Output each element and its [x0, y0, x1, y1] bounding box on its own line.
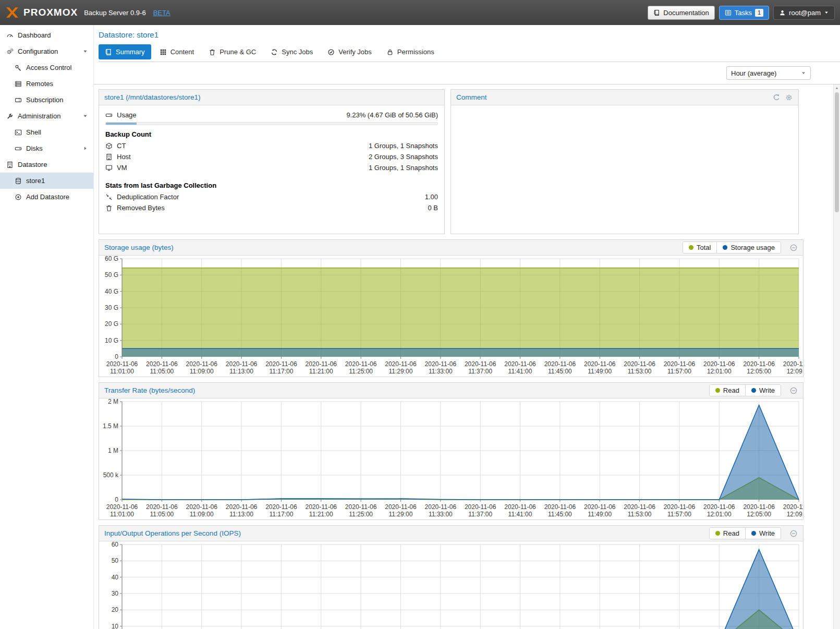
- svg-text:2020-11-06: 2020-11-06: [306, 360, 337, 368]
- sidebar-item-dashboard[interactable]: Dashboard: [0, 27, 93, 43]
- sidebar-item-label: store1: [26, 177, 45, 185]
- svg-text:2020-11-06: 2020-11-06: [425, 360, 457, 368]
- legend-item-total[interactable]: Total: [683, 242, 716, 253]
- sidebar-item-administration[interactable]: Administration: [0, 108, 93, 124]
- sidebar-item-access-control[interactable]: Access Control: [0, 59, 93, 76]
- tab-content[interactable]: Content: [153, 44, 201, 59]
- sidebar-item-configuration[interactable]: Configuration: [0, 43, 93, 59]
- compress-icon: [105, 193, 113, 201]
- check-circle-icon: [327, 49, 335, 56]
- tasks-badge: 1: [755, 9, 763, 17]
- page-head: Datastore: store1 Summary Content Prune …: [94, 25, 840, 62]
- panel-tools: Total Storage usage: [683, 241, 798, 253]
- scroll-up-arrow-icon[interactable]: [834, 84, 840, 91]
- backup-count-heading: Backup Count: [105, 130, 438, 138]
- main-content: Datastore: store1 Summary Content Prune …: [94, 25, 840, 629]
- svg-text:2020-11-06: 2020-11-06: [186, 503, 217, 511]
- proxmox-logo-icon: [5, 7, 19, 18]
- svg-text:11:57:00: 11:57:00: [667, 368, 691, 375]
- legend-item-write[interactable]: Write: [745, 385, 781, 396]
- sidebar-item-disks[interactable]: Disks: [0, 140, 93, 156]
- sidebar-item-subscription[interactable]: Subscription: [0, 92, 93, 108]
- collapse-icon[interactable]: [789, 244, 798, 252]
- svg-text:11:45:00: 11:45:00: [548, 511, 572, 518]
- svg-text:30 G: 30 G: [105, 304, 118, 311]
- iops-chart: 01020304050602020-11-0611:01:002020-11-0…: [99, 541, 803, 629]
- user-menu-button[interactable]: root@pam: [773, 6, 835, 20]
- database-icon: [15, 177, 22, 185]
- sidebar-item-shell[interactable]: Shell: [0, 124, 93, 140]
- datastore-status-panel: store1 (/mnt/datastores/store1) Usage 9.…: [99, 89, 445, 234]
- svg-text:11:13:00: 11:13:00: [229, 368, 253, 375]
- sidebar-item-store1[interactable]: store1: [0, 173, 93, 189]
- sidebar-item-label: Dashboard: [18, 31, 51, 39]
- chevron-down-icon: [82, 49, 88, 54]
- tab-sync-jobs[interactable]: Sync Jobs: [264, 44, 319, 59]
- stat-value: 1.00: [425, 193, 438, 201]
- svg-text:2020-11-06: 2020-11-06: [186, 360, 217, 368]
- building-icon: [105, 153, 113, 161]
- layers-icon: [15, 80, 22, 88]
- refresh-circle-icon[interactable]: [772, 93, 781, 102]
- gear-icon[interactable]: [785, 93, 793, 102]
- sidebar-item-label: Administration: [18, 112, 60, 120]
- panel-header: Comment: [451, 90, 798, 105]
- sidebar-item-datastore[interactable]: Datastore: [0, 156, 93, 173]
- legend-item-read[interactable]: Read: [710, 528, 745, 539]
- svg-text:2020-11-06: 2020-11-06: [783, 503, 803, 511]
- svg-text:2020-11-06: 2020-11-06: [385, 360, 417, 368]
- svg-text:2020-11-06: 2020-11-06: [265, 360, 297, 368]
- stat-label: VM: [117, 164, 127, 172]
- svg-text:11:09:00: 11:09:00: [190, 368, 214, 375]
- sidebar-item-label: Subscription: [26, 96, 64, 104]
- tab-verify-jobs[interactable]: Verify Jobs: [321, 44, 378, 59]
- sidebar-item-add-datastore[interactable]: Add Datastore: [0, 189, 93, 205]
- tasks-button[interactable]: Tasks 1: [719, 6, 769, 20]
- tab-label: Content: [171, 48, 194, 56]
- svg-text:12:01:00: 12:01:00: [707, 511, 732, 518]
- hdd-icon: [105, 112, 113, 119]
- tab-summary[interactable]: Summary: [99, 44, 151, 59]
- legend-item-write[interactable]: Write: [745, 528, 781, 539]
- legend-item-read[interactable]: Read: [710, 385, 745, 396]
- gc-stats-heading: Stats from last Garbage Collection: [105, 182, 438, 189]
- app-root: PROXMOX Backup Server 0.9-6 BETA Documen…: [0, 0, 840, 629]
- scrollbar-thumb[interactable]: [835, 92, 839, 212]
- legend-dot: [751, 531, 756, 536]
- summary-scroll-area: store1 (/mnt/datastores/store1) Usage 9.…: [94, 84, 840, 629]
- collapse-icon[interactable]: [789, 386, 798, 395]
- svg-text:50: 50: [112, 557, 119, 564]
- beta-link[interactable]: BETA: [153, 9, 171, 17]
- terminal-icon: [15, 129, 22, 136]
- svg-text:2020-11-06: 2020-11-06: [465, 503, 496, 511]
- comment-body[interactable]: [451, 105, 798, 114]
- sidebar-item-remotes[interactable]: Remotes: [0, 76, 93, 92]
- svg-text:11:29:00: 11:29:00: [389, 368, 413, 375]
- usage-label: Usage: [117, 111, 137, 119]
- svg-text:2020-11-06: 2020-11-06: [664, 503, 696, 511]
- documentation-button[interactable]: Documentation: [648, 6, 714, 20]
- tasks-list-icon: [725, 9, 732, 16]
- chart-canvas: 01020304050602020-11-0611:01:002020-11-0…: [99, 541, 803, 629]
- svg-text:12:01:00: 12:01:00: [707, 368, 732, 375]
- svg-text:2020-11-06: 2020-11-06: [544, 503, 576, 511]
- legend-label: Total: [697, 244, 711, 251]
- sync-icon: [271, 49, 278, 56]
- svg-text:12:05:00: 12:05:00: [747, 511, 771, 518]
- usage-row: Usage 9.23% (4.67 GiB of 50.56 GiB): [105, 110, 438, 120]
- tab-prune-gc[interactable]: Prune & GC: [202, 44, 262, 59]
- usage-progress-fill: [106, 123, 137, 125]
- page-title: Datastore: store1: [99, 30, 840, 39]
- collapse-icon[interactable]: [789, 529, 798, 538]
- usage-progress-bar: [105, 122, 438, 125]
- chart-legend: Read Write: [709, 384, 781, 396]
- stat-label: CT: [117, 142, 126, 150]
- svg-text:11:37:00: 11:37:00: [468, 368, 492, 375]
- vertical-scrollbar[interactable]: [833, 84, 840, 629]
- top-header: PROXMOX Backup Server 0.9-6 BETA Documen…: [0, 0, 840, 25]
- tab-permissions[interactable]: Permissions: [380, 44, 441, 59]
- stat-value: 2 Groups, 3 Snapshots: [369, 153, 438, 161]
- timeframe-select[interactable]: Hour (average): [726, 66, 811, 80]
- stat-label: Host: [117, 153, 131, 161]
- legend-item-storage-usage[interactable]: Storage usage: [716, 242, 781, 253]
